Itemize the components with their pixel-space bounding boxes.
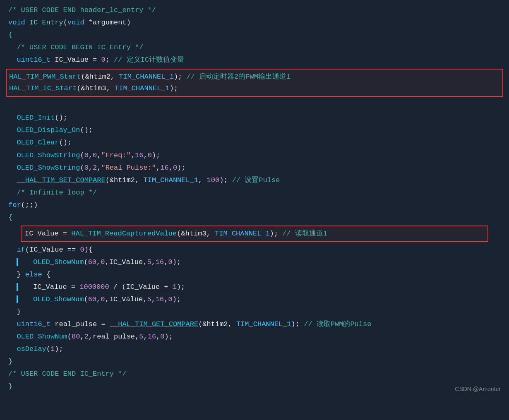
line-if-ic-value: if(IC_Value == 0){ (0, 244, 509, 256)
line-else: } else { (0, 269, 509, 281)
line-set-compare: __HAL_TIM_SET_COMPARE(&htim2, TIM_CHANNE… (0, 174, 509, 187)
line-4: /* USER CODE BEGIN IC_Entry */ (0, 41, 509, 54)
line-real-pulse: uint16_t real_pulse = __HAL_TIM_GET_COMP… (0, 318, 509, 331)
line-5: uint16_t IC_Value = 0; // 定义IC计数值变量 (0, 54, 509, 66)
line-vbar-ic-calc: IC_Value = 1000000 / (IC_Value + 1); (0, 281, 509, 293)
line-for: for(;;) (0, 199, 509, 211)
line-osdelay: osDelay(1); (0, 343, 509, 355)
line-2: void IC_Entry(void *argument) (0, 17, 509, 29)
line-open-brace: { (0, 211, 509, 224)
line-hal-ic: HAL_TIM_IC_Start(&htim3, TIM_CHANNEL_1); (9, 83, 500, 94)
code-block: /* USER CODE END header_lc_entry */ void… (0, 0, 509, 401)
line-blank (0, 99, 509, 112)
line-vbar-oled-show2: OLED_ShowNum(60,0,IC_Value,5,16,0); (0, 293, 509, 306)
line-3: { (0, 29, 509, 41)
line-hal-pwm: HAL_TIM_PWM_Start(&htim2, TIM_CHANNEL_1)… (9, 71, 500, 83)
line-oled-show-real: OLED_ShowNum(80,2,real_pulse,5,16,0); (0, 331, 509, 343)
line-infinite-comment: /* Infinite loop */ (0, 187, 509, 199)
line-close-else: } (0, 306, 509, 318)
line-oled-display: OLED_Display_On(); (0, 124, 509, 137)
line-oled-init: OLED_Init(); (0, 112, 509, 124)
line-1: /* USER CODE END header_lc_entry */ (0, 4, 509, 17)
highlight-block-2: IC_Value = HAL_TIM_ReadCapturedValue(&ht… (21, 226, 488, 242)
line-oled-clear: OLED_Clear(); (0, 137, 509, 149)
line-end-comment: /* USER CODE END IC_Entry */ (0, 368, 509, 380)
line-oled-show-freq: OLED_ShowString(0,0,"Freq:",16,0); (0, 149, 509, 162)
line-oled-show-pulse: OLED_ShowString(0,2,"Real Pulse:",16,0); (0, 162, 509, 174)
csdn-brand: CSDN @Amonter (455, 384, 501, 394)
line-close-for: } (0, 355, 509, 368)
line-read-captured: IC_Value = HAL_TIM_ReadCapturedValue(&ht… (25, 228, 484, 240)
line-final-close: } (0, 380, 509, 393)
line-vbar-oled-show1: OLED_ShowNum(60,0,IC_Value,5,16,0); (0, 256, 509, 269)
highlight-block-1: HAL_TIM_PWM_Start(&htim2, TIM_CHANNEL_1)… (6, 69, 503, 97)
